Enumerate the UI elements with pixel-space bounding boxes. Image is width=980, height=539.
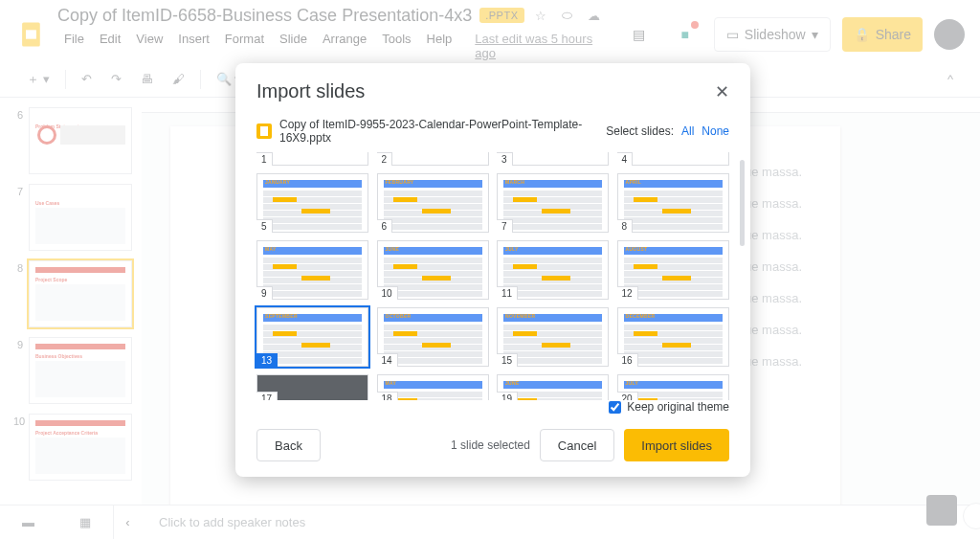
- slide-number-label: 10: [377, 286, 398, 300]
- slide-number-label: 18: [377, 392, 398, 400]
- slide-number-label: 16: [617, 353, 638, 367]
- import-slide-thumb[interactable]: 4: [617, 152, 730, 166]
- import-slide-thumb[interactable]: DECEMBER16: [617, 307, 730, 367]
- slide-number-label: 17: [256, 392, 278, 400]
- slide-number-label: 3: [497, 152, 513, 166]
- import-slide-thumb[interactable]: JANUARY5: [256, 173, 369, 233]
- import-slide-thumb[interactable]: SEPTEMBER13: [256, 307, 369, 367]
- slide-number-label: 20: [617, 392, 638, 400]
- import-slide-thumb[interactable]: JULY20: [617, 374, 730, 400]
- select-none-link[interactable]: None: [702, 124, 729, 138]
- slide-grid[interactable]: 1234JANUARY5FEBRUARY6MARCH7APRIL8MAY9JUN…: [235, 152, 750, 400]
- slide-number-label: 13: [256, 353, 278, 367]
- import-slide-thumb[interactable]: OCTOBER14: [377, 307, 490, 367]
- import-slide-thumb[interactable]: FEBRUARY6: [377, 173, 490, 233]
- slide-number-label: 8: [617, 219, 634, 233]
- import-slide-thumb[interactable]: JUNE10: [377, 240, 490, 300]
- slide-number-label: 2: [377, 152, 393, 166]
- dialog-title: Import slides: [256, 80, 715, 102]
- import-slide-thumb[interactable]: AUGUST12: [617, 240, 730, 300]
- slide-number-label: 5: [256, 219, 273, 233]
- slide-number-label: 6: [377, 219, 393, 233]
- import-slide-thumb[interactable]: 17: [256, 374, 369, 400]
- keep-theme-checkbox[interactable]: Keep original theme: [588, 400, 750, 414]
- selection-status: 1 slide selected: [451, 438, 530, 452]
- source-filename: Copy of ItemID-9955-2023-Calendar-PowerP…: [279, 118, 598, 145]
- slide-number-label: 4: [617, 152, 634, 166]
- import-slide-thumb[interactable]: JULY11: [497, 240, 610, 300]
- slide-number-label: 14: [377, 353, 398, 367]
- slide-number-label: 9: [256, 286, 273, 300]
- import-slide-thumb[interactable]: 3: [497, 152, 610, 166]
- slide-number-label: 1: [256, 152, 273, 166]
- slide-number-label: 12: [617, 286, 638, 300]
- slide-number-label: 19: [497, 392, 518, 400]
- close-icon[interactable]: ✕: [715, 81, 729, 102]
- back-button[interactable]: Back: [256, 429, 321, 461]
- import-button[interactable]: Import slides: [624, 429, 729, 461]
- slide-number-label: 15: [497, 353, 518, 367]
- import-slide-thumb[interactable]: 1: [256, 152, 369, 166]
- select-slides-label: Select slides:: [606, 124, 674, 138]
- slide-number-label: 7: [497, 219, 513, 233]
- import-slide-thumb[interactable]: MAY18: [377, 374, 490, 400]
- import-slide-thumb[interactable]: NOVEMBER15: [497, 307, 610, 367]
- slide-number-label: 11: [497, 286, 518, 300]
- keep-theme-input[interactable]: [609, 401, 621, 414]
- import-slide-thumb[interactable]: JUNE19: [497, 374, 610, 400]
- import-slides-dialog: Import slides ✕ Copy of ItemID-9955-2023…: [235, 63, 750, 477]
- cancel-button[interactable]: Cancel: [540, 429, 614, 461]
- import-slide-thumb[interactable]: 2: [377, 152, 490, 166]
- import-slide-thumb[interactable]: APRIL8: [617, 173, 730, 233]
- import-slide-thumb[interactable]: MAY9: [256, 240, 369, 300]
- import-slide-thumb[interactable]: MARCH7: [497, 173, 610, 233]
- slides-file-icon: [256, 124, 272, 139]
- select-all-link[interactable]: All: [681, 124, 694, 138]
